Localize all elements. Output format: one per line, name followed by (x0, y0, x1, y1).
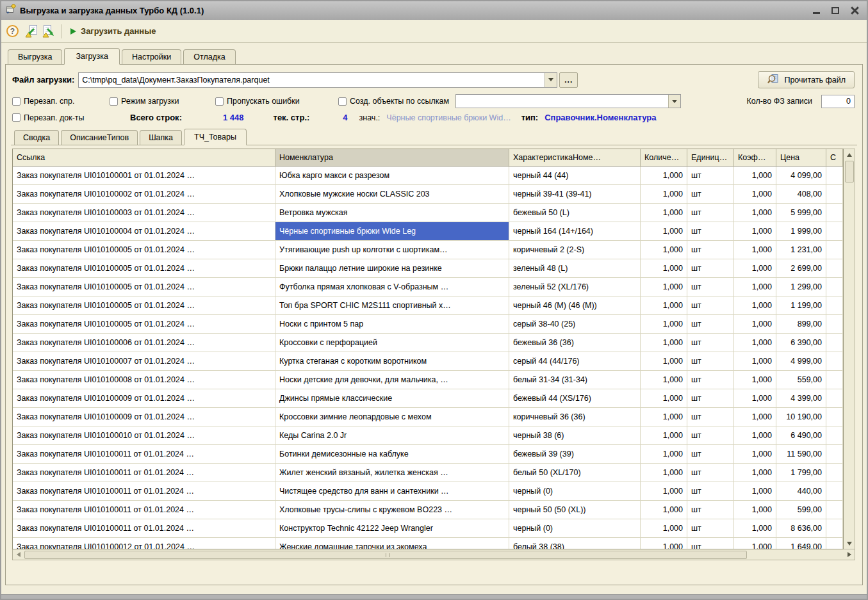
table-cell[interactable] (826, 204, 843, 222)
table-cell[interactable]: Заказ покупателя UI010100004 от 01.01.20… (13, 222, 275, 241)
table-cell[interactable]: шт (687, 519, 734, 538)
table-cell[interactable]: белый 31-34 (31-34) (509, 371, 641, 389)
column-header-6[interactable]: Цена (776, 149, 826, 166)
checkbox-perezap-dokty[interactable]: Перезап. док-ты (12, 113, 116, 122)
table-cell[interactable]: Заказ покупателя UI010100010 от 01.01.20… (13, 426, 275, 445)
table-cell[interactable]: 1,000 (734, 501, 776, 519)
column-header-5[interactable]: Коэф… (734, 149, 776, 166)
table-cell[interactable]: 1,000 (641, 185, 687, 204)
table-cell[interactable]: 1,000 (641, 482, 687, 501)
table-cell[interactable]: бежевый 44 (XS/176) (509, 389, 641, 408)
table-cell[interactable]: Заказ покупателя UI010100001 от 01.01.20… (13, 166, 275, 185)
table-cell[interactable]: Заказ покупателя UI010100011 от 01.01.20… (13, 482, 275, 501)
table-cell[interactable]: 4 399,00 (776, 389, 826, 408)
combo-dropdown-button[interactable] (668, 95, 680, 108)
table-cell[interactable]: шт (687, 482, 734, 501)
table-cell[interactable]: 559,00 (776, 371, 826, 389)
maximize-button[interactable] (831, 6, 840, 15)
vertical-scrollbar[interactable] (844, 149, 855, 549)
table-cell[interactable]: бежевый 39 (39) (509, 445, 641, 464)
table-cell[interactable]: черный 44 (44) (509, 166, 641, 185)
table-cell[interactable]: 1,000 (641, 352, 687, 371)
table-cell[interactable]: бежевый 50 (L) (509, 204, 641, 222)
checkbox-icon[interactable] (338, 97, 347, 106)
import-table-icon[interactable] (24, 24, 38, 38)
table-cell[interactable]: Топ бра SPORT CHIC M2S111 спортивный х… (275, 296, 509, 315)
table-cell[interactable]: 899,00 (776, 315, 826, 334)
table-cell[interactable] (826, 464, 843, 482)
vscroll-thumb[interactable] (845, 161, 854, 182)
table-cell[interactable]: черный (0) (509, 482, 641, 501)
table-cell[interactable]: черный (0) (509, 519, 641, 538)
table-cell[interactable]: Заказ покупателя UI010100006 от 01.01.20… (13, 334, 275, 352)
table-cell[interactable]: Заказ покупателя UI010100011 от 01.01.20… (13, 464, 275, 482)
table-cell[interactable] (826, 185, 843, 204)
table-cell[interactable]: Кроссовки зимние леопардовые с мехом (275, 408, 509, 426)
table-cell[interactable]: серый 44 (44/176) (509, 352, 641, 371)
table-cell[interactable]: шт (687, 296, 734, 315)
checkbox-icon[interactable] (110, 97, 118, 106)
table-cell[interactable]: белый 50 (XL/170) (509, 464, 641, 482)
table-cell[interactable]: Кроссовки с перфорацией (275, 334, 509, 352)
table-cell[interactable]: Заказ покупателя UI010100005 от 01.01.20… (13, 259, 275, 278)
table-cell[interactable] (826, 445, 843, 464)
close-button[interactable] (850, 6, 859, 15)
table-cell[interactable]: 1,000 (641, 519, 687, 538)
table-cell[interactable]: Носки детские для девочки, для мальчика,… (275, 371, 509, 389)
tab-2[interactable]: Настройки (122, 49, 181, 64)
table-cell[interactable]: шт (687, 445, 734, 464)
table-cell[interactable]: 10 190,00 (776, 408, 826, 426)
table-cell[interactable]: 1,000 (734, 352, 776, 371)
table-cell[interactable]: Заказ покупателя UI010100009 от 01.01.20… (13, 408, 275, 426)
table-cell[interactable]: 1 299,00 (776, 278, 826, 296)
table-cell[interactable]: 440,00 (776, 482, 826, 501)
table-cell[interactable]: Заказ покупателя UI010100007 от 01.01.20… (13, 352, 275, 371)
table-cell[interactable]: 1,000 (641, 315, 687, 334)
table-cell[interactable]: Ветровка мужская (275, 204, 509, 222)
table-cell[interactable]: Заказ покупателя UI010100005 от 01.01.20… (13, 278, 275, 296)
table-cell[interactable]: Заказ покупателя UI010100005 от 01.01.20… (13, 315, 275, 334)
table-cell[interactable] (826, 278, 843, 296)
table-cell[interactable]: шт (687, 464, 734, 482)
read-file-button[interactable]: Прочитать файл (758, 71, 855, 88)
export-table-icon[interactable] (41, 24, 56, 38)
table-cell[interactable]: 1,000 (641, 371, 687, 389)
table-cell[interactable]: 1,000 (734, 371, 776, 389)
table-cell[interactable]: Джинсы прямые классические (275, 389, 509, 408)
table-cell[interactable]: 1,000 (641, 241, 687, 259)
subtab-0[interactable]: Сводка (14, 130, 59, 145)
table-cell[interactable]: 599,00 (776, 501, 826, 519)
table-cell[interactable]: Заказ покупателя UI010100011 от 01.01.20… (13, 445, 275, 464)
table-cell[interactable]: 1,000 (641, 445, 687, 464)
scroll-down-button[interactable] (844, 539, 854, 548)
table-cell[interactable]: шт (687, 185, 734, 204)
table-cell[interactable]: 1,000 (734, 519, 776, 538)
table-cell[interactable]: черный 46 (M) (46 (M)) (509, 296, 641, 315)
load-data-button[interactable]: Загрузить данные (81, 26, 156, 36)
minimize-button[interactable] (812, 6, 821, 15)
table-cell[interactable]: 1,000 (734, 259, 776, 278)
table-cell[interactable]: 8 636,00 (776, 519, 826, 538)
checkbox-icon[interactable] (12, 113, 20, 122)
column-header-3[interactable]: Количе… (641, 149, 687, 166)
table-cell[interactable]: Хлопковые мужские носки CLASSIC 203 (275, 185, 509, 204)
table-cell[interactable]: шт (687, 426, 734, 445)
table-cell[interactable]: 1,000 (734, 464, 776, 482)
table-cell[interactable]: черный 39-41 (39-41) (509, 185, 641, 204)
table-cell[interactable]: 1,000 (641, 538, 687, 549)
table-cell[interactable]: 1 999,00 (776, 222, 826, 241)
table-cell[interactable] (826, 519, 843, 538)
table-cell[interactable]: 1,000 (734, 408, 776, 426)
table-cell[interactable]: Хлопковые трусы-слипы с кружевом BO223 … (275, 501, 509, 519)
table-cell[interactable]: коричневый 2 (2-S) (509, 241, 641, 259)
ref-objects-combo[interactable] (455, 94, 681, 108)
table-cell[interactable] (826, 389, 843, 408)
table-cell[interactable]: Чистящее средство для ванн и сантехники … (275, 482, 509, 501)
table-cell[interactable]: шт (687, 371, 734, 389)
checkbox-option-3[interactable]: Созд. объекты по ссылкам (338, 97, 449, 106)
table-cell[interactable]: Заказ покупателя UI010100005 от 01.01.20… (13, 296, 275, 315)
table-cell[interactable]: Куртка стеганая с коротким воротником (275, 352, 509, 371)
table-cell[interactable]: Чёрные спортивные брюки Wide Leg (275, 222, 509, 241)
table-cell[interactable] (826, 352, 843, 371)
table-cell[interactable] (826, 482, 843, 501)
